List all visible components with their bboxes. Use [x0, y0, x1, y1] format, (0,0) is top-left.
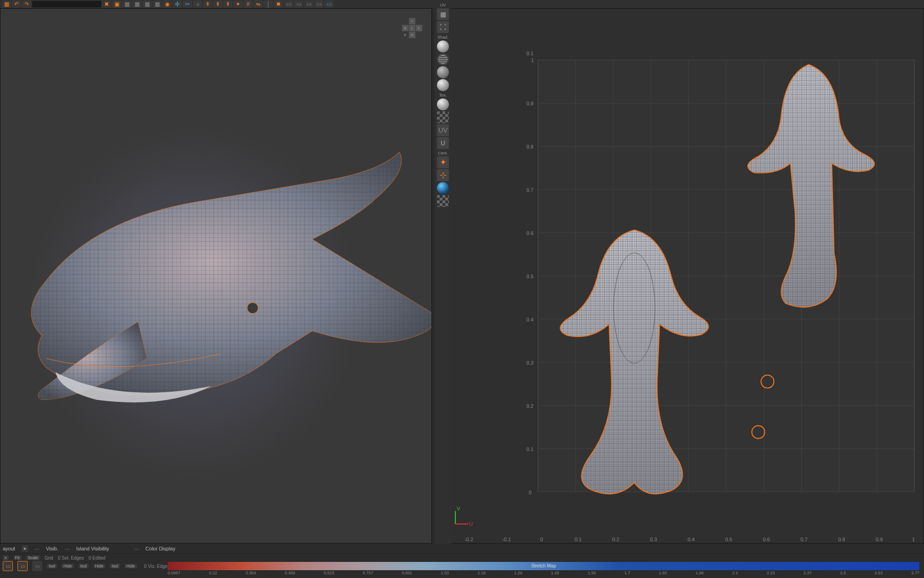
svg-text:0.2: 0.2: [527, 403, 533, 409]
svg-text:1: 1: [531, 57, 534, 63]
cut-icon[interactable]: ✂: [183, 0, 192, 8]
vis-edges-count: 0 Vis. Edges: [144, 564, 170, 569]
tool-d-icon[interactable]: ▭: [314, 0, 323, 8]
tool2-icon[interactable]: ▭: [17, 561, 28, 571]
grid-icon[interactable]: ▦: [122, 0, 131, 8]
mirror-icon[interactable]: ⇋: [254, 0, 263, 8]
tool-c-icon[interactable]: ▭: [304, 0, 313, 8]
svg-text:0.3: 0.3: [650, 537, 657, 542]
tool3-icon[interactable]: ⟐: [193, 0, 202, 8]
grid-icon[interactable]: [437, 195, 449, 207]
svg-text:0.7: 0.7: [527, 187, 533, 193]
shade-wire-icon[interactable]: [437, 53, 449, 65]
center-origin-icon[interactable]: ⊹: [437, 169, 449, 181]
move-icon[interactable]: ✣: [173, 0, 182, 8]
stretch-tick-row: 0.09570.220.3540.4890.6230.7570.8911.031…: [168, 570, 919, 576]
search-input[interactable]: [32, 1, 101, 7]
undo-icon[interactable]: ↶: [12, 0, 21, 8]
svg-text:0.2: 0.2: [612, 537, 619, 542]
hide-button[interactable]: Hide: [62, 564, 74, 568]
stretch-map-bar: Stretch Map 0.09570.220.3540.4890.6230.7…: [168, 562, 919, 576]
tool1-icon[interactable]: ▭: [3, 561, 13, 571]
tool3-icon[interactable]: ▭: [32, 561, 42, 571]
svg-text:0.8: 0.8: [527, 144, 533, 149]
sel-edges-count: 0 Sel. Edges: [58, 555, 84, 561]
svg-text:0: 0: [540, 537, 543, 542]
maximize-icon[interactable]: ⛶: [437, 21, 449, 33]
grid4-icon[interactable]: ▦: [153, 0, 162, 8]
svg-text:0.7: 0.7: [800, 537, 807, 542]
isol-button[interactable]: Isol: [47, 564, 57, 568]
isol-button[interactable]: Isol: [79, 564, 89, 568]
svg-text:0.4: 0.4: [527, 317, 533, 322]
align-x-icon[interactable]: ⇞: [203, 0, 212, 8]
tex-checker-icon[interactable]: [437, 111, 449, 123]
snap2-icon[interactable]: #: [244, 0, 253, 8]
bottom-panel: ayout + — Visib. — Island Visibility — C…: [0, 544, 924, 578]
group-label: Cent.: [438, 151, 448, 155]
svg-text:0.8: 0.8: [838, 537, 845, 542]
tool-e-icon[interactable]: ▭: [324, 0, 334, 8]
svg-text:0.3: 0.3: [527, 360, 533, 366]
shade-solid-icon[interactable]: [437, 40, 449, 52]
group-label: Shad.: [437, 35, 448, 40]
group-label: Tex.: [439, 93, 447, 97]
island-vis-label: Island Visibility: [76, 546, 109, 551]
color-display-label: Color Display: [146, 546, 176, 551]
tool-a-icon[interactable]: ▭: [284, 0, 293, 8]
sphere-icon[interactable]: ◉: [163, 0, 172, 8]
visib-label: Visib.: [46, 546, 58, 551]
main-split: T BLE PR: [0, 8, 924, 544]
hide-button[interactable]: Hide: [93, 564, 106, 568]
redo-icon[interactable]: ↷: [22, 0, 31, 8]
align-y-icon[interactable]: ⇞: [213, 0, 222, 8]
svg-text:V: V: [457, 506, 460, 511]
grid2-icon[interactable]: ▦: [132, 0, 142, 8]
svg-text:1: 1: [912, 537, 915, 542]
svg-text:0.4: 0.4: [687, 537, 694, 542]
svg-text:-0.1: -0.1: [502, 537, 511, 542]
svg-text:0: 0: [529, 490, 532, 495]
isol-button[interactable]: Isol: [110, 564, 120, 568]
tool-b-icon[interactable]: ▭: [294, 0, 303, 8]
tex-u-icon[interactable]: U: [437, 137, 449, 149]
shade-sphere-icon[interactable]: [437, 79, 449, 91]
center-pivot-icon[interactable]: ✦: [437, 156, 449, 168]
grid3-icon[interactable]: ▦: [142, 0, 152, 8]
tool-icon[interactable]: ▦: [2, 0, 11, 8]
layout-label: ayout: [3, 546, 15, 551]
snap-icon[interactable]: ✦: [233, 0, 243, 8]
edited-count: 0 Edited: [89, 555, 106, 561]
svg-text:0.1: 0.1: [527, 446, 533, 452]
align-z-icon[interactable]: ⇞: [223, 0, 232, 8]
svg-text:0.6: 0.6: [527, 230, 533, 236]
top-toolbar: ▦ ↶ ↷ ✖ ▣ ▦ ▦ ▦ ▦ ◉ ✣ ✂ ⟐ ⇞ ⇞ ⇞ ✦ # ⇋ │ …: [0, 0, 924, 8]
x-button[interactable]: x: [3, 555, 9, 560]
nav-cube[interactable]: T BLE PR: [402, 18, 422, 38]
tex-uv-icon[interactable]: UV: [437, 124, 449, 136]
svg-text:0.5: 0.5: [725, 537, 732, 542]
fit-button[interactable]: Fit: [13, 555, 22, 560]
scale-button[interactable]: Scale: [26, 555, 40, 560]
pin-icon[interactable]: ✖: [274, 0, 283, 8]
svg-point-0: [247, 303, 258, 314]
shade-mat-icon[interactable]: [437, 66, 449, 78]
add-layout-button[interactable]: +: [22, 545, 28, 552]
select-box-icon[interactable]: ▣: [112, 0, 121, 8]
mid-toolstrip: UV ▦ ⛶ Shad. Tex. UV U Cent. ✦ ⊹: [435, 0, 451, 544]
svg-text:0.5: 0.5: [527, 274, 533, 279]
svg-text:0.1: 0.1: [575, 537, 582, 542]
svg-text:0.9: 0.9: [876, 537, 883, 542]
svg-text:0.6: 0.6: [763, 537, 770, 542]
tex-solid-icon[interactable]: [437, 98, 449, 110]
viewport-3d[interactable]: T BLE PR: [0, 8, 432, 544]
uv-toggle-icon[interactable]: ▦: [437, 8, 449, 20]
svg-text:0.1: 0.1: [527, 51, 533, 56]
viewport-uv[interactable]: V U 00.10.20.30.40.50.60.70.80.910.1 -0.…: [436, 8, 924, 544]
svg-text:0.9: 0.9: [527, 101, 533, 106]
grid-label: Grid: [45, 555, 53, 561]
hide-button[interactable]: Hide: [125, 564, 137, 568]
delete-icon[interactable]: ✖: [102, 0, 111, 8]
svg-text:-0.2: -0.2: [465, 537, 473, 542]
orbit-icon[interactable]: [437, 182, 449, 194]
